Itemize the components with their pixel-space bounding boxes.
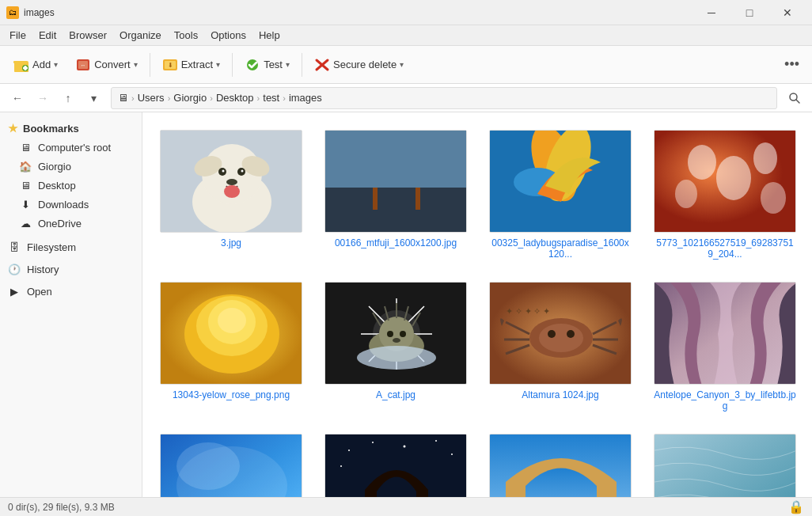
svg-point-94 xyxy=(451,453,453,455)
add-icon xyxy=(13,57,29,73)
file-thumbnail xyxy=(324,130,467,233)
statusbar: 0 dir(s), 29 file(s), 9.3 MB 🔒 xyxy=(0,497,812,516)
close-button[interactable]: ✕ xyxy=(769,0,806,25)
extract-button[interactable]: ⬇ Extract ▾ xyxy=(155,51,227,79)
secure-delete-button[interactable]: Secure delete ▾ xyxy=(307,51,411,79)
file-thumbnail xyxy=(324,282,467,385)
svg-text:↔: ↔ xyxy=(81,63,86,68)
open-icon: ▶ xyxy=(8,285,21,298)
menu-options[interactable]: Options xyxy=(204,28,252,43)
list-item[interactable] xyxy=(320,429,472,497)
svg-rect-2 xyxy=(13,61,20,63)
lock-icon: 🔒 xyxy=(788,500,804,514)
file-content-area: 3.jpg 00166_mtfuji_1600x1200.jpg xyxy=(142,112,812,497)
svg-point-92 xyxy=(404,446,406,448)
sidebar-item-downloads-label: Downloads xyxy=(38,199,89,211)
file-thumbnail xyxy=(160,434,302,497)
list-item[interactable] xyxy=(484,429,636,497)
sidebar-item-giorgio[interactable]: 🏠 Giorgio xyxy=(0,157,142,176)
menu-organize[interactable]: Organize xyxy=(113,28,168,43)
convert-button[interactable]: ↔ Convert ▾ xyxy=(68,51,145,79)
sidebar-item-downloads[interactable]: ⬇ Downloads xyxy=(0,195,142,214)
list-item[interactable]: 00325_ladybugsparadise_1600x120... xyxy=(484,125,636,264)
forward-button[interactable]: → xyxy=(32,87,54,109)
bookmarks-heading[interactable]: ★ Bookmarks xyxy=(0,119,142,138)
back-button[interactable]: ← xyxy=(6,87,28,109)
list-item[interactable]: 5773_102166527519_692837519_204... xyxy=(649,125,801,264)
svg-rect-35 xyxy=(325,131,467,188)
file-thumbnail xyxy=(654,130,796,233)
svg-point-52 xyxy=(218,308,246,333)
up-button[interactable]: ↑ xyxy=(57,87,79,109)
sidebar-item-desktop[interactable]: 🖥 Desktop xyxy=(0,176,142,195)
maximize-button[interactable]: □ xyxy=(731,0,768,25)
svg-point-87 xyxy=(176,442,240,490)
file-name: 00166_mtfuji_1600x1200.jpg xyxy=(335,237,457,249)
add-label: Add xyxy=(32,59,51,70)
more-button[interactable]: ••• xyxy=(778,53,806,76)
breadcrumb-computer-icon: 🖥 xyxy=(118,92,128,104)
extract-dropdown-icon: ▾ xyxy=(216,60,220,69)
list-item[interactable]: A_cat.jpg xyxy=(320,277,472,416)
list-item[interactable] xyxy=(649,429,801,497)
file-thumbnail xyxy=(160,282,302,385)
breadcrumb-desktop[interactable]: Desktop xyxy=(216,92,254,104)
test-dropdown-icon: ▾ xyxy=(286,60,290,69)
list-item[interactable]: 3.jpg xyxy=(155,125,307,264)
list-item[interactable]: Antelope_Canyon_3_by_lifebtb.jpg xyxy=(649,277,801,416)
sidebar-item-computers-root-label: Computer's root xyxy=(38,142,111,154)
open-label: Open xyxy=(27,286,52,298)
svg-point-95 xyxy=(340,465,342,467)
breadcrumb[interactable]: 🖥 › Users › Giorgio › Desktop › test › i… xyxy=(111,87,777,109)
breadcrumb-test[interactable]: test xyxy=(263,92,279,104)
breadcrumb-users[interactable]: Users xyxy=(138,92,165,104)
search-button[interactable] xyxy=(784,87,806,109)
secure-delete-dropdown-icon: ▾ xyxy=(400,60,404,69)
sidebar-open[interactable]: ▶ Open xyxy=(0,280,142,302)
menu-file[interactable]: File xyxy=(3,28,32,43)
sidebar-history[interactable]: 🕐 History xyxy=(0,258,142,280)
list-item[interactable] xyxy=(155,429,307,497)
svg-point-44 xyxy=(753,142,777,174)
svg-point-90 xyxy=(348,450,350,451)
sidebar-item-onedrive[interactable]: ☁ OneDrive xyxy=(0,214,142,233)
minimize-button[interactable]: ─ xyxy=(693,0,730,25)
list-item[interactable]: ✦ ✧ ✦ ✧ ✦ xyxy=(484,277,636,416)
nav-dropdown-button[interactable]: ▾ xyxy=(82,87,104,109)
breadcrumb-images[interactable]: images xyxy=(289,92,322,104)
pc-icon: 🖥 xyxy=(19,141,32,154)
menu-browser[interactable]: Browser xyxy=(63,28,113,43)
test-button[interactable]: Test ▾ xyxy=(237,51,297,79)
svg-text:✦ ✧ ✦ ✧ ✦: ✦ ✧ ✦ ✧ ✦ xyxy=(506,306,550,316)
extract-icon: ⬇ xyxy=(162,57,178,73)
svg-point-27 xyxy=(226,179,237,185)
filesystem-label: Filesystem xyxy=(27,241,76,253)
toolbar-separator-2 xyxy=(232,53,233,77)
sidebar-item-computers-root[interactable]: 🖥 Computer's root xyxy=(0,138,142,157)
svg-rect-5 xyxy=(23,66,28,69)
filesystem-icon: 🗄 xyxy=(8,241,21,253)
svg-point-93 xyxy=(435,440,437,442)
svg-point-69 xyxy=(357,346,436,370)
svg-point-81 xyxy=(548,330,556,338)
list-item[interactable]: 00166_mtfuji_1600x1200.jpg xyxy=(320,125,472,264)
status-info: 0 dir(s), 29 file(s), 9.3 MB xyxy=(8,502,115,513)
menu-tools[interactable]: Tools xyxy=(168,28,204,43)
toolbar-separator-1 xyxy=(150,53,150,77)
file-name: 3.jpg xyxy=(221,237,241,249)
list-item[interactable]: 13043-yelow_rose_png.png xyxy=(155,277,307,416)
add-button[interactable]: Add ▾ xyxy=(6,51,65,79)
window-controls: ─ □ ✕ xyxy=(693,0,806,25)
add-dropdown-icon: ▾ xyxy=(54,60,58,69)
titlebar: 🗂 images ─ □ ✕ xyxy=(0,0,812,25)
history-label: History xyxy=(27,264,59,275)
svg-point-91 xyxy=(372,442,374,443)
sidebar-filesystem[interactable]: 🗄 Filesystem xyxy=(0,236,142,258)
breadcrumb-giorgio[interactable]: Giorgio xyxy=(173,92,207,104)
menu-edit[interactable]: Edit xyxy=(32,28,63,43)
menubar: File Edit Browser Organize Tools Options… xyxy=(0,25,812,46)
menu-help[interactable]: Help xyxy=(252,28,286,43)
file-name: 13043-yelow_rose_png.png xyxy=(173,389,290,400)
svg-point-67 xyxy=(400,331,406,337)
file-thumbnail xyxy=(489,130,632,233)
